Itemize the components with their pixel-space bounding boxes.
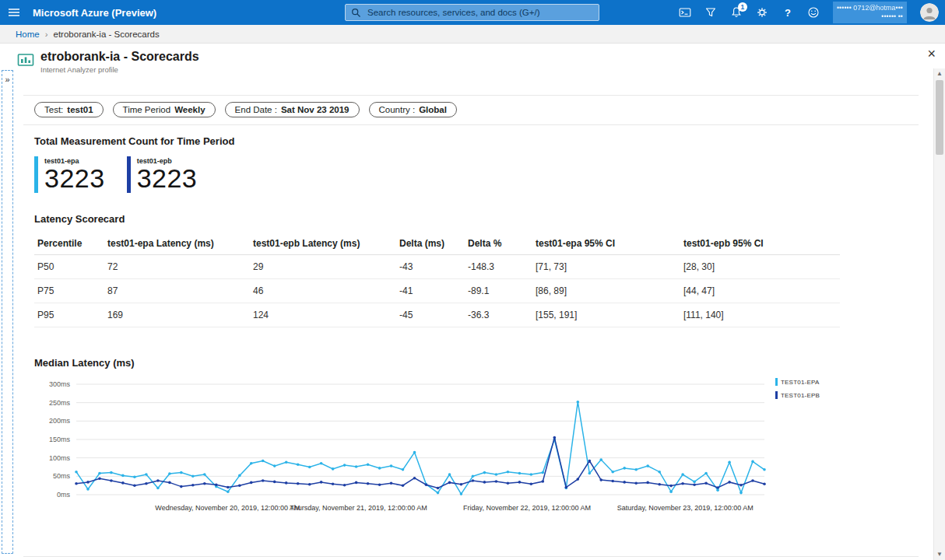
top-bar: Microsoft Azure (Preview) 1 [0, 0, 945, 25]
scorecard-section-title: Latency Scorecard [23, 213, 919, 225]
divider [23, 124, 919, 125]
cloud-shell-icon [679, 6, 691, 19]
breadcrumb-home-link[interactable]: Home [16, 30, 40, 39]
collapsed-menu-rail: » [2, 70, 13, 554]
close-button[interactable]: × [927, 47, 936, 61]
table-cell: P95 [34, 303, 104, 327]
table-cell: [155, 191] [532, 303, 680, 327]
search-icon [351, 8, 361, 18]
column-header: test01-epb 95% CI [680, 233, 840, 255]
chart-section-title: Median Latency (ms) [23, 357, 919, 369]
chart-legend: TEST01-EPATEST01-EPB [775, 378, 820, 404]
filter-pill[interactable]: Test:test01 [34, 102, 104, 117]
table-cell: -43 [396, 255, 465, 279]
cloud-shell-button[interactable] [679, 6, 691, 19]
main-content: Test:test01Time PeriodWeeklyEnd Date :Sa… [23, 76, 919, 557]
filter-label: Time Period [123, 105, 171, 114]
table-cell: 72 [104, 255, 250, 279]
svg-text:200ms: 200ms [49, 417, 71, 425]
account-info[interactable]: •••••• 0712@hotma••• •••••• •• [833, 2, 907, 23]
account-email: •••••• 0712@hotma••• [837, 4, 903, 12]
column-header: Percentile [34, 233, 104, 255]
legend-label: TEST01-EPB [781, 392, 820, 399]
feedback-button[interactable] [807, 6, 820, 19]
filter-pill[interactable]: End Date :Sat Nov 23 2019 [225, 102, 360, 117]
search-input[interactable] [366, 7, 593, 18]
help-button[interactable]: ? [782, 6, 794, 19]
scrollbar-thumb[interactable] [936, 80, 943, 155]
table-cell: 169 [104, 303, 250, 327]
table-cell: -45 [396, 303, 465, 327]
table-cell: [44, 47] [680, 279, 840, 303]
menu-button[interactable] [0, 0, 28, 25]
svg-text:Thursday, November 21, 2019, 1: Thursday, November 21, 2019, 12:00:00 AM [290, 504, 427, 512]
directory-filter-button[interactable] [704, 6, 717, 19]
table-cell: 29 [250, 255, 396, 279]
legend-swatch [775, 378, 778, 386]
expand-menu-button[interactable]: » [2, 75, 12, 84]
svg-text:50ms: 50ms [53, 472, 71, 480]
table-cell: P50 [34, 255, 104, 279]
measurement-card: test01-epb3223 [127, 156, 198, 193]
filter-label: Test: [44, 105, 63, 114]
scorecard-icon [17, 51, 34, 78]
filter-value: Global [419, 105, 447, 114]
column-header: Delta (ms) [396, 233, 465, 255]
filter-value: test01 [67, 105, 93, 114]
topbar-actions: 1 ? •••••• 0712@hotma••• ••• [679, 2, 945, 23]
table-row: P758746-41-89.1[86, 89][44, 47] [34, 279, 840, 303]
hamburger-icon [8, 6, 20, 19]
account-directory: •••••• •• [837, 12, 903, 21]
vertical-scrollbar[interactable]: ▲ ▼ [933, 68, 945, 560]
table-cell: -36.3 [465, 303, 532, 327]
notification-badge: 1 [738, 2, 747, 12]
legend-item: TEST01-EPA [775, 378, 820, 386]
filter-pill[interactable]: Time PeriodWeekly [113, 102, 216, 117]
table-cell: [111, 140] [680, 303, 840, 327]
measurement-section-title: Total Measurement Count for Time Period [23, 135, 919, 147]
table-cell: [28, 30] [680, 255, 840, 279]
column-header: test01-epa Latency (ms) [104, 233, 250, 255]
svg-text:Wednesday, November 20, 2019,: Wednesday, November 20, 2019, 12:00:00 A… [155, 504, 300, 512]
legend-swatch [775, 391, 778, 399]
page-title: etroborank-ia - Scorecards [40, 50, 199, 64]
filter-pill[interactable]: Country :Global [369, 102, 457, 117]
filter-label: End Date : [235, 105, 277, 114]
legend-label: TEST01-EPA [781, 379, 819, 386]
notifications-button[interactable]: 1 [730, 6, 743, 19]
table-row: P507229-43-148.3[71, 73][28, 30] [34, 255, 840, 279]
breadcrumb-current: etroborank-ia - Scorecards [54, 30, 160, 39]
column-header: Delta % [465, 233, 532, 255]
scroll-down-arrow[interactable]: ▼ [934, 549, 945, 560]
gear-icon [756, 6, 768, 19]
measurement-value: 3223 [44, 165, 105, 192]
median-latency-chart: 0ms50ms100ms150ms200ms250ms300msWednesda… [26, 376, 774, 520]
svg-text:100ms: 100ms [49, 454, 71, 462]
measurement-cards: test01-epa3223test01-epb3223 [23, 156, 919, 193]
table-cell: [71, 73] [532, 255, 680, 279]
svg-text:0ms: 0ms [57, 491, 71, 499]
azure-title[interactable]: Microsoft Azure (Preview) [33, 7, 156, 19]
page-subtitle: Internet Analyzer profile [40, 65, 199, 74]
scroll-up-arrow[interactable]: ▲ [934, 68, 945, 79]
table-cell: -89.1 [465, 279, 532, 303]
filter-value: Sat Nov 23 2019 [281, 105, 350, 114]
settings-button[interactable] [756, 6, 768, 19]
svg-text:Friday, November 22, 2019, 12:: Friday, November 22, 2019, 12:00:00 AM [463, 504, 591, 512]
global-search[interactable] [345, 4, 599, 21]
chart-area: 0ms50ms100ms150ms200ms250ms300msWednesda… [26, 376, 919, 520]
legend-item: TEST01-EPB [775, 391, 820, 399]
svg-text:250ms: 250ms [49, 399, 71, 407]
page-header: etroborank-ia - Scorecards Internet Anal… [0, 44, 945, 78]
svg-text:Saturday, November 23, 2019, 1: Saturday, November 23, 2019, 12:00:00 AM [617, 504, 754, 512]
table-cell: -148.3 [465, 255, 532, 279]
table-cell: P75 [34, 279, 104, 303]
divider [23, 95, 919, 96]
smiley-icon [807, 6, 820, 19]
avatar[interactable] [920, 3, 939, 22]
filter-value: Weekly [174, 105, 205, 114]
svg-text:150ms: 150ms [49, 436, 71, 443]
column-header: test01-epa 95% CI [532, 233, 680, 255]
table-row: P95169124-45-36.3[155, 191][111, 140] [34, 303, 840, 327]
scorecard-body: P507229-43-148.3[71, 73][28, 30]P758746-… [34, 255, 840, 327]
